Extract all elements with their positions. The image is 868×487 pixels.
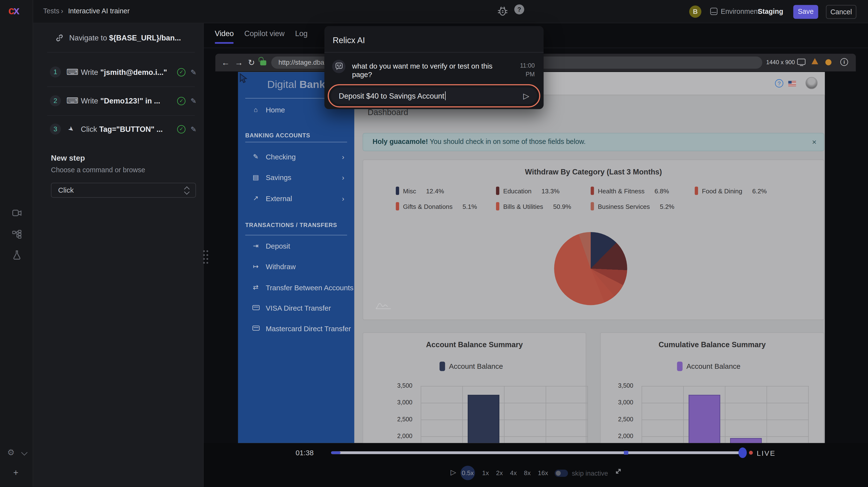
command-select[interactable]: Click (51, 183, 196, 198)
timeline-track[interactable] (331, 451, 742, 454)
bar-chart-legend: Account Balance (677, 362, 740, 371)
legend-item[interactable]: Education13.3% (496, 187, 591, 195)
browser-back-button[interactable]: ← (221, 58, 229, 67)
debug-bug-icon[interactable] (496, 4, 508, 18)
step-number: 1 (50, 66, 61, 78)
edit-step-icon[interactable]: ✎ (191, 68, 197, 76)
step-row[interactable]: 3➤ClickTag="BUTTON" ...✓✎ (50, 122, 197, 136)
send-icon[interactable]: ▷ (523, 91, 529, 100)
keyboard-icon: ⌨ (66, 67, 76, 77)
bank-nav-visa-direct-transfer[interactable]: VISA Direct Transfer (238, 302, 354, 313)
tab-copilot-view[interactable]: Copilot view (244, 29, 285, 42)
bank-nav-external[interactable]: ↗External› (238, 193, 354, 204)
y-axis-tick: 2,000 (604, 432, 633, 439)
step-success-icon[interactable]: ✓ (177, 125, 186, 133)
bank-help-icon[interactable]: ? (775, 79, 783, 88)
edit-step-icon[interactable]: ✎ (191, 125, 197, 133)
breadcrumb-tests[interactable]: Tests (43, 7, 59, 15)
legend-swatch (396, 187, 399, 195)
steps-panel: Navigate to ${BASE_URL}/ban... 1⌨Write"j… (33, 23, 204, 487)
speed-2x[interactable]: 2x (496, 469, 503, 476)
alert-close-button[interactable]: × (812, 133, 817, 151)
left-icon-rail: cx ⚙ + (0, 0, 33, 487)
playback-speed-controls: 0.5x1x2x4x8x16x (461, 466, 548, 480)
ai-prompt-input[interactable]: Deposit $40 to Savings Account ▷ (331, 88, 537, 104)
tab-log[interactable]: Log (295, 29, 308, 42)
user-avatar[interactable]: B (689, 6, 702, 18)
legend-label: Education (503, 187, 532, 194)
legend-value: 5.1% (463, 203, 477, 210)
bank-nav-transfer-between-accounts[interactable]: ⇄Transfer Between Accounts (238, 282, 354, 293)
tests-icon[interactable] (13, 250, 21, 260)
legend-label: Misc (403, 187, 416, 194)
warning-triangle-icon[interactable] (812, 58, 818, 64)
pie-chart-title: Withdraw By Category (Last 3 Months) (363, 168, 824, 176)
external-icon: ↗ (253, 194, 259, 202)
legend-item[interactable]: Food & Dining6.2% (695, 187, 795, 195)
edit-step-icon[interactable]: ✎ (191, 97, 197, 105)
help-icon[interactable]: ? (514, 4, 524, 14)
legend-item[interactable]: Health & Fitness6.8% (591, 187, 695, 195)
keyboard-icon: ⌨ (66, 96, 76, 105)
play-button[interactable]: ▷ (451, 468, 456, 476)
timeline-event-marker[interactable] (624, 451, 628, 455)
info-icon[interactable]: i (840, 58, 848, 66)
recordings-icon[interactable] (12, 209, 22, 217)
legend-swatch (396, 202, 399, 210)
navigate-label: Navigate to ${BASE_URL}/ban... (69, 33, 181, 42)
playback-time: 01:38 (296, 449, 314, 457)
status-dot-icon[interactable] (826, 59, 831, 65)
legend-value: 6.8% (655, 187, 669, 194)
chevron-down-icon[interactable] (21, 449, 28, 456)
video-viewport[interactable]: Digital Bank ⌂HomeBANKING ACCOUNTS✎Check… (238, 72, 825, 443)
speed-16x[interactable]: 16x (538, 469, 548, 476)
timeline-scrubber-knob[interactable] (738, 448, 747, 458)
bank-nav-checking[interactable]: ✎Checking› (238, 151, 354, 162)
step-success-icon[interactable]: ✓ (177, 68, 186, 76)
step-row[interactable]: 2⌨Write"Demo123!" in ...✓✎ (50, 93, 197, 108)
browser-forward-button[interactable]: → (235, 58, 243, 67)
step-success-icon[interactable]: ✓ (177, 97, 186, 105)
chevron-right-icon: › (342, 194, 344, 202)
skip-inactive-toggle[interactable] (555, 469, 568, 477)
bank-nav-savings[interactable]: ▤Savings› (238, 172, 354, 183)
speed-4x[interactable]: 4x (510, 469, 517, 476)
cancel-button[interactable]: Cancel (826, 5, 857, 19)
speed-8x[interactable]: 8x (524, 469, 531, 476)
settings-gear-icon[interactable]: ⚙ (7, 448, 15, 457)
bank-sidebar: Digital Bank ⌂HomeBANKING ACCOUNTS✎Check… (238, 72, 354, 443)
bank-nav-label: VISA Direct Transfer (266, 304, 331, 312)
legend-item[interactable]: Misc12.4% (396, 187, 496, 195)
speed-0.5x[interactable]: 0.5x (461, 466, 475, 480)
withdraw-pie-chart (554, 232, 627, 305)
message-timestamp: 11:00 PM (510, 61, 535, 79)
cumulative-balance-card: Cumulative Balance Summary Account Balan… (600, 332, 825, 443)
legend-item[interactable]: Business Services5.2% (591, 202, 695, 210)
flows-icon[interactable] (12, 230, 22, 239)
legend-item[interactable]: Gifts & Donations5.1% (396, 202, 496, 210)
bank-nav-mastercard-direct-transfer[interactable]: Mastercard Direct Transfer (238, 323, 354, 334)
legend-item[interactable]: Bills & Utilities50.9% (496, 202, 591, 210)
bank-nav-deposit[interactable]: ⇥Deposit (238, 240, 354, 251)
tab-video[interactable]: Video (215, 29, 234, 42)
sparkline-icon[interactable] (375, 301, 392, 309)
environment-value[interactable]: Staging (758, 8, 783, 16)
save-button[interactable]: Save (793, 5, 818, 19)
monitor-icon[interactable] (797, 59, 805, 65)
bank-nav-label: Mastercard Direct Transfer (266, 324, 351, 332)
legend-label: Gifts & Donations (403, 203, 453, 210)
bank-nav-withdraw[interactable]: ↦Withdraw (238, 261, 354, 272)
step-row[interactable]: 1⌨Write"jsmith@demo.i..."✓✎ (50, 65, 197, 79)
add-button[interactable]: + (13, 468, 19, 478)
bank-user-avatar[interactable] (806, 77, 817, 89)
app-logo[interactable]: cx (8, 4, 19, 17)
transfer-icon: ⇄ (253, 283, 259, 291)
speed-1x[interactable]: 1x (482, 469, 489, 476)
breadcrumb-separator: › (61, 7, 63, 15)
browser-reload-button[interactable]: ↻ (248, 58, 255, 68)
live-label[interactable]: LIVE (757, 449, 776, 457)
fullscreen-icon[interactable] (614, 467, 622, 475)
language-flag-icon[interactable] (788, 81, 796, 87)
navigate-step[interactable]: Navigate to ${BASE_URL}/ban... (56, 31, 199, 45)
panel-resize-handle[interactable] (202, 250, 209, 263)
